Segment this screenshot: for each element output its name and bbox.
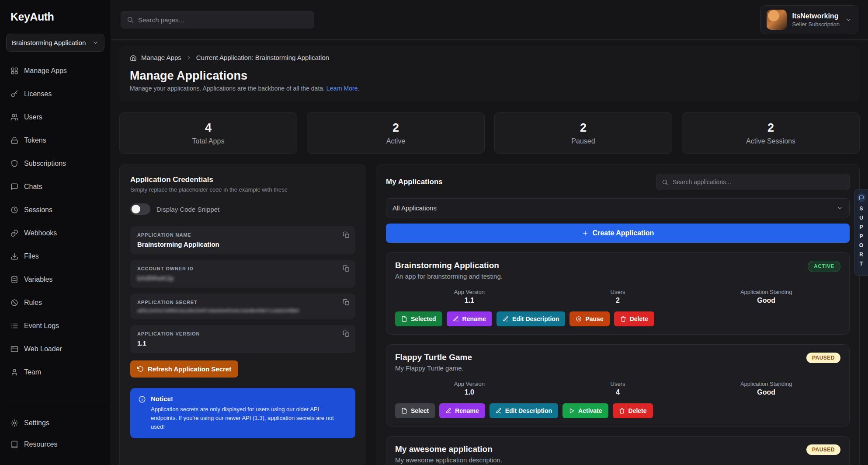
copy-icon[interactable] xyxy=(343,265,350,272)
refresh-application-secret-button[interactable]: Refresh Application Secret xyxy=(130,360,238,378)
sidebar-item-tokens[interactable]: Tokens xyxy=(6,132,104,149)
global-search[interactable] xyxy=(121,11,314,28)
sidebar-item-users[interactable]: Users xyxy=(6,108,104,126)
sidebar-item-subscriptions[interactable]: Subscriptions xyxy=(6,155,104,172)
page-title: Manage Applications xyxy=(130,69,849,83)
applications-title: My Applications xyxy=(386,178,443,186)
sidebar-item-rules[interactable]: Rules xyxy=(6,294,104,311)
sidebar-item-variables[interactable]: Variables xyxy=(6,271,104,288)
chevron-right-icon xyxy=(186,55,192,61)
app-meta: App Version1.1 Users2 Application Standi… xyxy=(395,289,840,304)
page-header: Manage Apps Current Application: Brainst… xyxy=(119,46,860,101)
sidebar-item-event-logs[interactable]: Event Logs xyxy=(6,317,104,335)
search-icon xyxy=(662,179,668,185)
sidebar-item-settings[interactable]: Settings xyxy=(6,414,104,432)
application-selector-dropdown[interactable]: Brainstorming Application xyxy=(6,34,104,52)
my-applications-panel: My Applications All Applications Create … xyxy=(376,164,860,465)
app-card-flappy-turtle-game: Flappy Turtle Game My Flappy Turtle game… xyxy=(386,344,850,427)
pencil-icon xyxy=(503,316,509,322)
app-name: My awesome application xyxy=(395,444,502,454)
rename-button[interactable]: Rename xyxy=(439,403,485,418)
sidebar-item-web-loader[interactable]: Web Loader xyxy=(6,340,104,358)
pencil-icon xyxy=(496,408,502,414)
breadcrumb-root[interactable]: Manage Apps xyxy=(141,54,181,61)
notice-box: Notice! Application secrets are only dis… xyxy=(130,388,355,438)
app-card-my-awesome-application: My awesome application My awesome applic… xyxy=(386,436,850,465)
sidebar-item-files[interactable]: Files xyxy=(6,248,104,265)
main-area: ItsNetworking Seller Subscription Manage… xyxy=(111,0,868,465)
sidebar-item-chats[interactable]: Chats xyxy=(6,178,104,196)
topbar: ItsNetworking Seller Subscription xyxy=(111,0,868,40)
info-icon xyxy=(138,395,146,431)
selected-button[interactable]: Selected xyxy=(395,311,442,326)
edit-description-button[interactable]: Edit Description xyxy=(496,311,565,326)
rename-button[interactable]: Rename xyxy=(447,311,492,326)
applications-filter-select[interactable]: All Applications xyxy=(386,198,850,217)
stat-total-apps: 4 Total Apps xyxy=(119,112,297,154)
redacted-value: bXd5RwK2p xyxy=(137,274,348,282)
toggle-knob xyxy=(132,205,140,213)
gear-icon xyxy=(10,419,18,427)
edit-description-button[interactable]: Edit Description xyxy=(490,403,558,418)
applications-search[interactable] xyxy=(656,174,850,190)
delete-button[interactable]: Delete xyxy=(614,311,654,326)
learn-more-link[interactable]: Learn More. xyxy=(326,85,359,92)
pause-button[interactable]: Pause xyxy=(569,311,609,326)
sidebar-item-resources[interactable]: Resources xyxy=(6,436,104,453)
app-name: Flappy Turtle Game xyxy=(395,353,472,362)
global-search-input[interactable] xyxy=(138,16,308,24)
display-code-snippet-row: Display Code Snippet xyxy=(130,203,355,215)
app-name: Brainstorming Application xyxy=(395,261,503,270)
webhook-icon xyxy=(10,229,18,237)
support-tab[interactable]: SUPPORT xyxy=(854,189,868,276)
credentials-subtitle: Simply replace the placeholder code in t… xyxy=(130,186,355,193)
chevron-down-icon xyxy=(92,39,99,46)
activate-button[interactable]: Activate xyxy=(562,403,608,418)
delete-button[interactable]: Delete xyxy=(613,403,653,418)
user-meta: ItsNetworking Seller Subscription xyxy=(792,12,840,28)
application-credentials-panel: Application Credentials Simply replace t… xyxy=(119,164,366,465)
status-badge: ACTIVE xyxy=(808,261,840,272)
applications-search-input[interactable] xyxy=(673,178,844,185)
toggle-label: Display Code Snippet xyxy=(156,206,219,213)
select-button[interactable]: Select xyxy=(395,403,435,418)
status-badge: PAUSED xyxy=(806,444,840,455)
copy-icon[interactable] xyxy=(343,299,350,306)
support-label: SUPPORT xyxy=(858,206,865,270)
copy-icon[interactable] xyxy=(343,330,350,337)
sidebar-item-team[interactable]: Team xyxy=(6,364,104,381)
application-selector-label: Brainstorming Application xyxy=(12,39,86,46)
sidebar-item-manage-apps[interactable]: Manage Apps xyxy=(6,62,104,80)
book-icon xyxy=(10,441,18,448)
breadcrumb-current: Current Application: Brainstorming Appli… xyxy=(196,54,329,61)
file-icon xyxy=(401,316,407,322)
stat-active-sessions: 2 Active Sessions xyxy=(682,112,860,154)
shield-icon xyxy=(10,160,18,168)
sidebar-item-sessions[interactable]: Sessions xyxy=(6,201,104,219)
chevron-down-icon xyxy=(845,17,852,23)
user-menu[interactable]: ItsNetworking Seller Subscription xyxy=(760,5,858,34)
user-subscription: Seller Subscription xyxy=(792,21,840,28)
lock-icon xyxy=(10,136,18,144)
field-application-version: APPLICATION VERSION 1.1 xyxy=(130,325,355,353)
download-icon xyxy=(10,252,18,260)
field-application-name: APPLICATION NAME Brainstorming Applicati… xyxy=(130,226,355,254)
key-icon xyxy=(10,90,18,98)
home-icon[interactable] xyxy=(130,54,137,61)
stats-row: 4 Total Apps 2 Active 2 Paused 2 Active … xyxy=(119,112,860,154)
create-application-button[interactable]: Create Application xyxy=(386,224,850,243)
clock-icon xyxy=(10,206,18,214)
pencil-icon xyxy=(453,316,459,322)
sidebar-item-licenses[interactable]: Licenses xyxy=(6,85,104,103)
sidebar-item-webhooks[interactable]: Webhooks xyxy=(6,224,104,242)
database-icon xyxy=(10,276,18,283)
grid-icon xyxy=(10,67,18,75)
user-name: ItsNetworking xyxy=(792,12,840,20)
page-subtitle: Manage your applications. Applications a… xyxy=(130,85,849,92)
sidebar: KeyAuth Brainstorming Application Manage… xyxy=(0,0,111,465)
display-code-toggle[interactable] xyxy=(130,203,150,215)
chevron-down-icon xyxy=(837,205,843,211)
content: Manage Apps Current Application: Brainst… xyxy=(111,40,868,465)
app-description: An app for brainstorming and testing. xyxy=(395,273,503,280)
copy-icon[interactable] xyxy=(343,231,350,238)
